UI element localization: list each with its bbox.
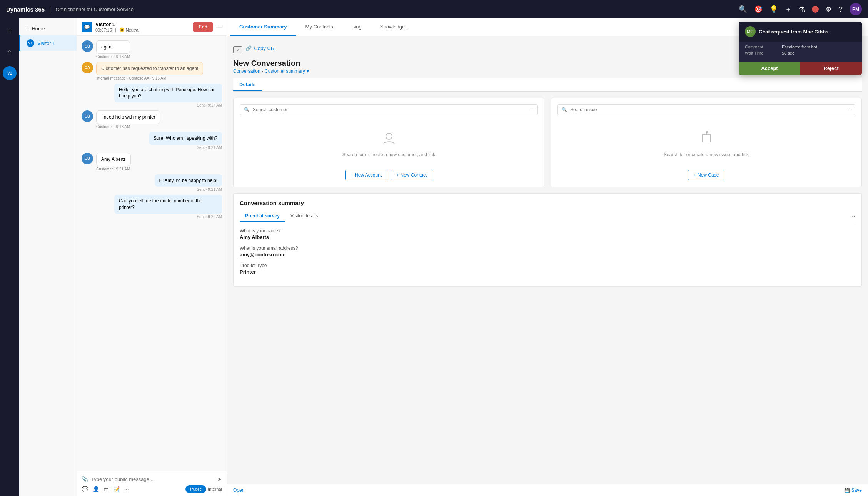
reject-button[interactable]: Reject [800,62,862,75]
add-participant-icon[interactable]: 👤 [93,486,99,492]
chat-header-info: Visitor 1 00:07:15 | 😐 Neutral [95,22,180,32]
message-time: Customer · 9:16 AM [96,55,130,59]
details-tabs: Details [233,78,862,92]
tab-pre-chat-survey[interactable]: Pre-chat survey [240,211,285,222]
internal-button[interactable]: Internal [208,487,222,491]
new-contact-button[interactable]: + New Contact [391,170,432,180]
help-icon[interactable]: ? [839,5,843,13]
tab-bing[interactable]: Bing [342,18,371,36]
filter-icon[interactable]: ⚗ [799,5,805,13]
home-nav-icon[interactable]: ⌂ [3,45,17,58]
minimize-button[interactable]: — [216,23,222,30]
customer-card: 🔍 --- Search for or create a new custome… [233,98,544,187]
screen-icon[interactable]: 🖥 [183,23,190,31]
lightbulb-icon[interactable]: 💡 [770,5,778,13]
more-options-icon[interactable]: ··· [124,486,129,492]
nav-home-label: Home [32,26,45,32]
left-sidebar: ☰ ⌂ V1 [0,18,19,496]
summary-field-product: Product Type Printer [240,263,855,275]
notification-wait-value: 58 sec [782,51,794,55]
main-layout: ☰ ⌂ V1 ⌂ Home V1 Visitor 1 💬 Visitor 1 0… [0,18,868,496]
bottom-bar: Open 💾 Save [227,484,868,496]
save-button[interactable]: 💾 Save [844,488,862,493]
transfer-icon[interactable]: ⇄ [104,486,108,492]
search-icon: 🔍 [561,107,567,112]
copy-url-button[interactable]: 🔗 Copy URL [245,42,277,54]
note-icon[interactable]: 📝 [113,486,120,492]
brand-subtitle: Omnichannel for Customer Service [56,7,134,12]
summary-value-product: Printer [240,269,855,275]
public-button[interactable]: Public [185,485,206,493]
nav-visitor1[interactable]: V1 Visitor 1 [19,35,77,51]
message-bubble: Can you tell me the model number of the … [114,195,222,214]
sentiment-badge: 😐 Neutral [119,27,139,32]
nav-icons: 🔍 🎯 💡 ＋ ⚗ ⚙ ? PM [739,3,862,15]
tab-customer-summary[interactable]: Customer Summary [230,18,296,36]
chat-messages: CU agent Customer · 9:16 AM CA Customer … [77,36,227,471]
notification-title: Chat request from Mae Gibbs [759,29,828,35]
nav-home[interactable]: ⌂ Home [19,22,77,35]
accept-button[interactable]: Accept [739,62,800,75]
issue-card: 🔍 --- Search for or create a new [551,98,862,187]
message-bubble: Hello, you are chatting with Penelope. H… [114,84,222,103]
summary-label-name: What is your name? [240,228,855,234]
status-indicator [812,6,819,13]
main-content: Customer Summary My Contacts Bing Knowle… [227,18,868,496]
tab-visitor-details[interactable]: Visitor details [285,211,323,222]
visitor-nav-item[interactable]: V1 [3,66,17,80]
customer-empty-text: Search for or create a new customer, and… [342,152,435,157]
tab-details[interactable]: Details [233,78,262,91]
tab-my-contacts[interactable]: My Contacts [296,18,342,36]
back-button[interactable]: ‹ [233,46,242,53]
message-bubble: Hi Amy, I'd be happy to help! [155,174,222,187]
customer-empty-icon [381,130,397,149]
breadcrumb-dropdown[interactable]: ▾ [307,68,309,74]
message-row: CU Amy Alberts Customer · 9:21 AM [82,153,222,171]
plus-icon[interactable]: ＋ [785,5,792,14]
target-icon[interactable]: 🎯 [754,5,763,13]
visitor-meta: 00:07:15 | 😐 Neutral [95,27,180,32]
issue-search-field[interactable]: 🔍 --- [557,104,855,115]
message-bubble: Amy Alberts [96,153,131,166]
end-button[interactable]: End [193,22,213,32]
message-bubble: Sure! Who am I speaking with? [149,132,222,145]
message-time: Internal message · Contoso AA · 9:16 AM [96,76,203,80]
message-row: Hello, you are chatting with Penelope. H… [82,84,222,108]
visitor1-avatar: V1 [27,39,34,47]
quick-reply-icon[interactable]: 💬 [82,486,88,492]
settings-icon[interactable]: ⚙ [826,5,832,13]
nav-panel: ⌂ Home V1 Visitor 1 [19,18,77,496]
notification-avatar: MG [745,26,756,37]
chat-type-icon: 💬 [82,22,92,32]
notification-comment-value: Escalated from bot [782,45,817,49]
sentiment-icon: 😐 [119,27,125,32]
message-avatar: CU [82,153,93,164]
notification-comment-label: Comment [745,45,776,49]
search-icon[interactable]: 🔍 [739,5,747,13]
open-button[interactable]: Open [233,488,244,493]
new-case-button[interactable]: + New Case [688,170,725,180]
new-account-button[interactable]: + New Account [345,170,387,180]
breadcrumb-part2[interactable]: Customer summary [265,68,305,74]
content-area: ‹ 🔗 Copy URL New Conversation Conversati… [227,36,868,484]
message-bubble: Customer has requested to transfer to an… [96,62,203,75]
top-navigation: Dynamics 365 | Omnichannel for Customer … [0,0,868,18]
message-bubble: agent [96,40,130,54]
chat-input[interactable] [91,476,214,482]
issue-search-input[interactable] [570,107,844,112]
send-icon[interactable]: ➤ [217,476,222,482]
hamburger-menu-icon[interactable]: ☰ [3,23,17,37]
user-avatar[interactable]: PM [850,3,862,15]
customer-search-input[interactable] [253,107,526,112]
customer-search-field[interactable]: 🔍 --- [240,104,538,115]
breadcrumb-part1[interactable]: Conversation [233,68,260,74]
conversation-summary-card: Conversation summary Pre-chat survey Vis… [233,193,862,287]
notification-header: MG Chat request from Mae Gibbs [739,22,862,42]
message-row: CA Customer has requested to transfer to… [82,62,222,80]
tab-knowledge[interactable]: Knowledge... [371,18,418,36]
customer-search-dots: --- [529,107,534,112]
attachment-icon[interactable]: 📎 [82,476,88,482]
message-row: Sure! Who am I speaking with? Sent · 9:2… [82,132,222,150]
summary-more-button[interactable]: ··· [850,213,855,220]
issue-empty-state: Search for or create a new issue, and li… [557,121,855,167]
